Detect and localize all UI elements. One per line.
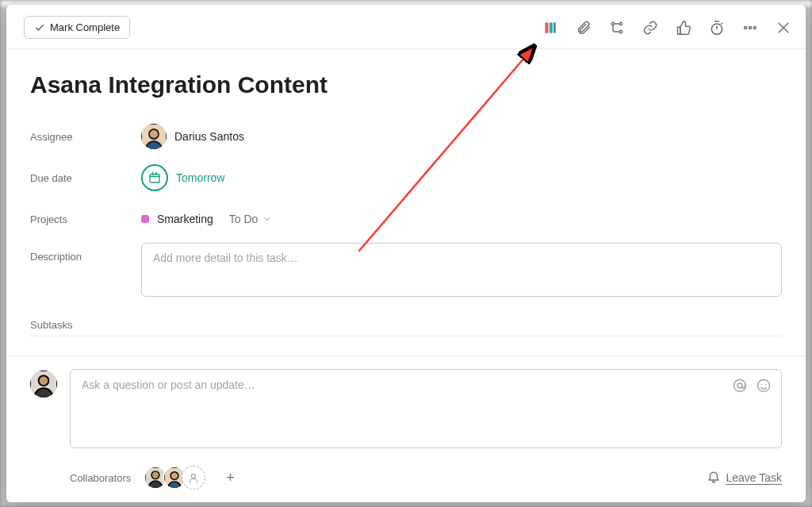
current-user-avatar	[30, 371, 57, 398]
leave-task-button[interactable]: Leave Task	[707, 471, 782, 485]
comment-placeholder: Ask a question or post an update…	[82, 378, 255, 391]
svg-point-24	[765, 384, 767, 386]
leave-task-label: Leave Task	[726, 471, 782, 485]
svg-rect-0	[545, 22, 548, 33]
modal-body: Asana Integration Content Assignee Dariu…	[6, 49, 806, 355]
assignee-value[interactable]: Darius Santos	[141, 124, 244, 149]
assignee-row: Assignee Darius Santos	[30, 119, 782, 154]
projects-row: Projects Smarketing To Do	[30, 202, 782, 236]
modal-header: Mark Complete	[6, 5, 806, 49]
chevron-down-icon	[262, 214, 272, 224]
mention-icon[interactable]	[732, 378, 748, 394]
comment-section: Ask a question or post an update…	[6, 355, 806, 456]
project-section-selector[interactable]: To Do	[229, 213, 273, 225]
stopwatch-icon[interactable]	[709, 20, 725, 36]
projects-value[interactable]: Smarketing To Do	[141, 213, 272, 225]
project-name: Smarketing	[157, 213, 213, 225]
due-date-label: Due date	[30, 172, 141, 184]
subtask-icon[interactable]	[609, 20, 625, 36]
svg-point-19	[39, 375, 49, 386]
assignee-name: Darius Santos	[174, 130, 244, 143]
svg-point-22	[758, 380, 770, 392]
mark-complete-button[interactable]: Mark Complete	[24, 16, 130, 39]
more-options-icon[interactable]	[742, 20, 758, 36]
svg-point-28	[170, 472, 178, 480]
description-row: Description Add more detail to this task…	[30, 243, 782, 297]
description-placeholder: Add more detail to this task…	[153, 252, 298, 264]
assignee-avatar	[141, 124, 167, 149]
due-date-text: Tomorrow	[176, 171, 224, 184]
subtasks-label: Subtasks	[30, 319, 782, 331]
due-date-row: Due date Tomorrow	[30, 160, 782, 195]
emoji-icon[interactable]	[756, 378, 772, 394]
assignee-label: Assignee	[30, 131, 141, 143]
bell-icon	[707, 471, 721, 485]
due-date-value[interactable]: Tomorrow	[141, 164, 224, 191]
svg-rect-2	[553, 22, 556, 33]
project-color-dot	[141, 215, 149, 223]
check-icon	[34, 22, 45, 33]
svg-point-21	[737, 383, 742, 388]
comment-inline-actions	[732, 378, 772, 394]
svg-point-7	[745, 26, 747, 29]
svg-point-9	[753, 26, 756, 29]
svg-rect-1	[550, 22, 553, 33]
collaborators-section: Collaborators +	[70, 466, 235, 490]
subtasks-divider	[30, 336, 782, 336]
comment-composer[interactable]: Ask a question or post an update…	[70, 369, 782, 448]
modal-footer: Collaborators + Leave Task	[6, 456, 806, 502]
calendar-icon	[141, 164, 168, 191]
header-actions	[542, 20, 791, 36]
description-label: Description	[30, 243, 141, 263]
svg-point-8	[749, 26, 752, 29]
svg-point-20	[734, 380, 746, 392]
collaborator-avatars	[144, 466, 205, 490]
svg-point-26	[151, 471, 159, 479]
svg-point-23	[761, 384, 763, 386]
project-section-label: To Do	[229, 213, 259, 225]
add-collaborator-button[interactable]: +	[226, 470, 235, 486]
attachment-icon[interactable]	[576, 20, 592, 36]
svg-point-13	[149, 129, 159, 139]
svg-point-29	[192, 474, 196, 478]
integration-app-icon[interactable]	[542, 20, 558, 36]
task-detail-modal: Mark Complete	[6, 5, 806, 502]
thumbs-up-icon[interactable]	[676, 20, 691, 36]
projects-label: Projects	[30, 213, 141, 225]
close-icon[interactable]	[776, 20, 791, 36]
task-title[interactable]: Asana Integration Content	[30, 71, 782, 98]
svg-rect-14	[150, 175, 159, 183]
collaborator-placeholder-icon[interactable]	[182, 466, 205, 490]
link-icon[interactable]	[642, 20, 658, 36]
mark-complete-label: Mark Complete	[50, 21, 120, 33]
description-textarea[interactable]: Add more detail to this task…	[141, 243, 782, 297]
collaborators-label: Collaborators	[70, 472, 131, 484]
